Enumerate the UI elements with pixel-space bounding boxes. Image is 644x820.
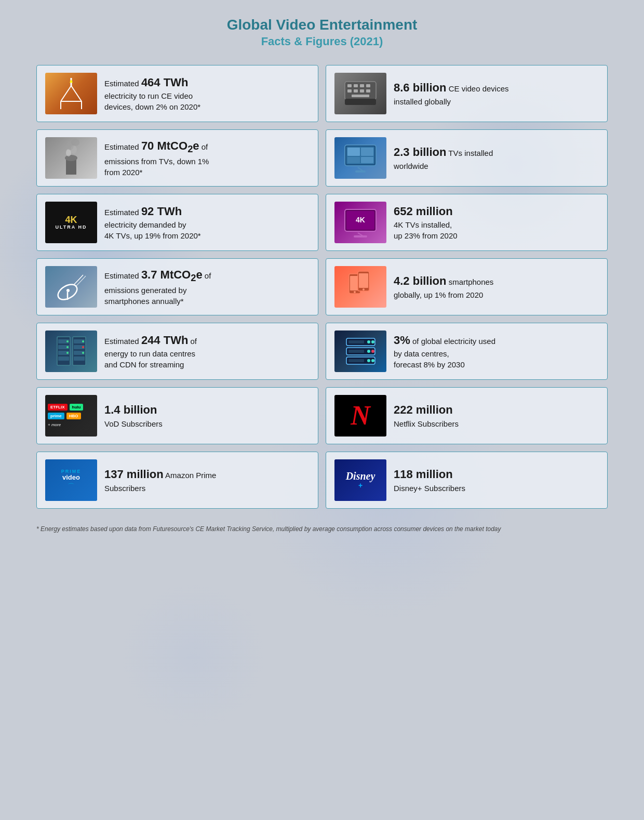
card-4k-energy-text: Estimated 92 TWh electricity demanded by…: [104, 204, 310, 242]
svg-point-20: [66, 149, 71, 156]
svg-rect-13: [347, 89, 352, 92]
svg-rect-15: [360, 89, 364, 92]
svg-rect-9: [347, 84, 352, 87]
svg-rect-29: [361, 157, 373, 163]
svg-rect-14: [354, 89, 358, 92]
svg-marker-6: [70, 80, 73, 83]
svg-line-30: [358, 167, 363, 171]
card-4k-energy-image: 4K ULTRA HD: [45, 202, 97, 243]
card-netflix-image: N: [334, 395, 386, 437]
svg-rect-36: [354, 235, 367, 237]
svg-rect-31: [355, 170, 366, 173]
card-prime: prime video ⌒ 137 million Amazon PrimeSu…: [36, 452, 318, 509]
card-vod-text: 1.4 billion VoD Subscribers: [104, 402, 310, 429]
svg-point-45: [363, 288, 365, 290]
card-tvs-text: 2.3 billion TVs installedworldwide: [394, 144, 599, 171]
card-4k-energy: 4K ULTRA HD Estimated 92 TWh electricity…: [36, 194, 318, 251]
svg-rect-51: [58, 356, 69, 361]
svg-rect-55: [74, 356, 85, 361]
card-smartphones-image: [334, 266, 386, 308]
card-smartphone-emissions-text: Estimated 3.7 MtCO2e ofemissions generat…: [104, 267, 310, 307]
svg-rect-11: [360, 84, 364, 87]
svg-point-68: [367, 340, 370, 343]
card-emissions: Estimated 70 MtCO2e ofemissions from TVs…: [36, 129, 318, 187]
card-vod-image: ETFLIX hulu prime HBO + more: [45, 395, 97, 437]
card-datacentre-energy-text: Estimated 244 TWh ofenergy to run data c…: [104, 333, 310, 371]
card-disney: Disney + 118 million Disney+ Subscribers: [326, 452, 608, 509]
card-datacentre-share-text: 3% of global electricity usedby data cen…: [394, 333, 599, 371]
svg-rect-67: [348, 359, 364, 362]
card-electricity: Estimated 464 TWh electricity to run CE …: [36, 65, 318, 122]
card-4k-tvs: 4K 652 million 4K TVs installed,up 23% f…: [326, 194, 608, 251]
card-electricity-image: [45, 73, 97, 114]
svg-point-42: [354, 291, 356, 293]
svg-point-71: [371, 350, 374, 353]
footnote: * Energy estimates based upon data from …: [36, 524, 608, 534]
svg-point-56: [66, 340, 69, 342]
svg-point-59: [82, 340, 84, 342]
svg-point-39: [66, 289, 70, 292]
title-line2: Facts & Figures (2021): [227, 34, 418, 49]
svg-point-73: [371, 359, 374, 362]
card-datacentre-energy-image: [45, 330, 97, 372]
svg-rect-44: [359, 273, 368, 288]
page-title: Global Video Entertainment Facts & Figur…: [227, 16, 418, 49]
card-ce-devices-image: [334, 73, 386, 114]
card-netflix: N 222 million Netflix Subscribers: [326, 387, 608, 444]
svg-point-23: [71, 139, 79, 146]
svg-point-70: [367, 350, 370, 353]
info-grid: Estimated 464 TWh electricity to run CE …: [36, 65, 608, 509]
svg-rect-28: [347, 157, 360, 163]
card-datacentre-share: 3% of global electricity usedby data cen…: [326, 323, 608, 380]
svg-rect-27: [361, 148, 373, 156]
svg-rect-8: [345, 99, 376, 105]
svg-rect-26: [347, 148, 360, 156]
svg-rect-12: [366, 84, 370, 87]
svg-rect-10: [354, 84, 358, 87]
svg-rect-18: [66, 159, 76, 175]
svg-rect-65: [348, 340, 364, 343]
card-ce-devices: 8.6 billion CE video devicesinstalled gl…: [326, 65, 608, 122]
card-emissions-image: [45, 137, 97, 179]
card-ce-devices-text: 8.6 billion CE video devicesinstalled gl…: [394, 80, 599, 107]
svg-point-72: [367, 359, 370, 362]
card-smartphones: 4.2 billion smartphonesglobally, up 1% f…: [326, 258, 608, 315]
card-4k-tvs-text: 652 million 4K TVs installed,up 23% from…: [394, 204, 599, 242]
card-emissions-text: Estimated 70 MtCO2e ofemissions from TVs…: [104, 138, 310, 178]
card-smartphone-emissions: Estimated 3.7 MtCO2e ofemissions generat…: [36, 258, 318, 315]
card-disney-image: Disney +: [334, 459, 386, 501]
card-datacentre-energy: Estimated 244 TWh ofenergy to run data c…: [36, 323, 318, 380]
card-4k-tvs-image: 4K: [334, 202, 386, 243]
card-tvs: 2.3 billion TVs installedworldwide: [326, 129, 608, 187]
card-netflix-text: 222 million Netflix Subscribers: [394, 402, 599, 429]
card-prime-image: prime video ⌒: [45, 459, 97, 501]
card-disney-text: 118 million Disney+ Subscribers: [394, 467, 599, 494]
card-tvs-image: [334, 137, 386, 179]
svg-rect-66: [348, 350, 364, 353]
svg-point-69: [371, 340, 374, 343]
svg-point-58: [66, 352, 69, 354]
title-line1: Global Video Entertainment: [227, 16, 418, 34]
card-smartphones-text: 4.2 billion smartphonesglobally, up 1% f…: [394, 273, 599, 300]
svg-rect-17: [352, 95, 369, 97]
svg-point-60: [82, 346, 84, 348]
card-electricity-text: Estimated 464 TWh electricity to run CE …: [104, 75, 310, 113]
card-vod: ETFLIX hulu prime HBO + more 1.4 bill: [36, 387, 318, 444]
svg-point-19: [65, 155, 77, 161]
svg-line-2: [71, 86, 82, 101]
card-prime-text: 137 million Amazon PrimeSubscribers: [104, 467, 310, 494]
card-smartphone-emissions-image: [45, 266, 97, 308]
card-datacentre-share-image: [334, 330, 386, 372]
svg-line-1: [61, 86, 71, 101]
svg-rect-16: [366, 89, 370, 92]
svg-point-57: [66, 346, 69, 348]
svg-text:4K: 4K: [356, 216, 365, 224]
svg-point-61: [82, 352, 84, 354]
